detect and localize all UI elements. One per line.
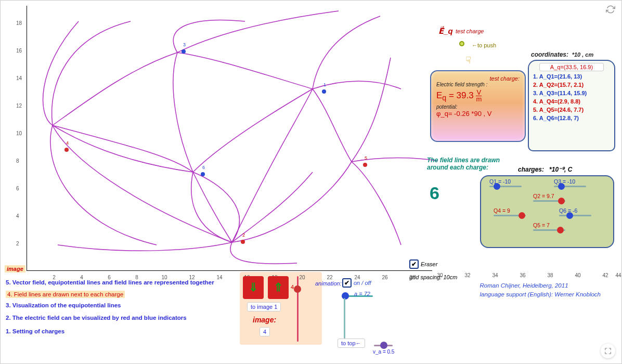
slider-Q4[interactable]: Q4 = 9 bbox=[494, 215, 526, 216]
coord-row: 1. A_Q1=(21.6, 13) bbox=[533, 73, 610, 80]
fieldlines-text: The field lines are drawn around each ch… bbox=[427, 157, 515, 171]
slider-Q5[interactable]: Q5 = 7 bbox=[533, 229, 565, 231]
note-1: 1. Setting of charges bbox=[6, 328, 240, 334]
coords-panel: A_q=(33.5, 16.9) 1. A_Q1=(21.6, 13) 2. A… bbox=[528, 60, 615, 151]
charge-Q5[interactable]: 5 bbox=[363, 163, 367, 167]
to-image-1-button[interactable]: to image 1 bbox=[247, 303, 281, 310]
to-push-label: ←to push bbox=[472, 42, 496, 48]
slider4-label: 4 bbox=[291, 284, 294, 290]
fullscreen-icon[interactable] bbox=[601, 344, 615, 358]
image-value-input[interactable]: 4 bbox=[260, 328, 270, 335]
image-label: image: bbox=[253, 316, 276, 324]
info-tc-label: test charge: bbox=[436, 75, 520, 82]
refresh-icon[interactable] bbox=[606, 5, 615, 16]
note-5: 5. Vector field, equipotential lines and… bbox=[6, 279, 240, 285]
a-value: a = 72 bbox=[354, 291, 370, 297]
slider-Q6[interactable]: Q6 = -6 bbox=[559, 215, 591, 216]
charges-panel: Q1 = -10 Q3 = -10 Q2 = 9.7 Q4 = 9 Q6 = -… bbox=[480, 175, 614, 248]
slider-Q2[interactable]: Q2 = 9.7 bbox=[533, 200, 565, 202]
pot-label: potential: bbox=[436, 104, 520, 110]
coord-Aq: A_q=(33.5, 16.9) bbox=[539, 63, 604, 71]
charge-Q4[interactable]: 4 bbox=[64, 148, 69, 152]
grid-spacing-label: grid spacing: 10cm bbox=[409, 274, 457, 280]
animation-label: animation: bbox=[315, 280, 342, 287]
eq-value: Eq = 39.3 Vm bbox=[436, 89, 520, 102]
to-top-button[interactable]: to top← bbox=[338, 340, 365, 347]
slider-Q1[interactable]: Q1 = -10 bbox=[489, 186, 522, 187]
test-charge-marker[interactable] bbox=[459, 41, 464, 46]
image-tag: image bbox=[5, 265, 25, 272]
onoff-checkbox[interactable]: ✔on / off bbox=[342, 278, 371, 288]
info-panel: test charge: Electric field strength : E… bbox=[430, 70, 526, 142]
charges-title: charges: *10⁻⁹, C bbox=[518, 166, 572, 173]
charge-Q1[interactable]: 1 bbox=[322, 89, 326, 94]
note-3: 3. Visualization of the equipotential li… bbox=[6, 302, 240, 308]
va-value: v_a = 0.5 bbox=[373, 349, 394, 355]
test-charge-label: test charge bbox=[456, 28, 484, 34]
eq-symbol: E⃗_q bbox=[438, 27, 453, 36]
slider-image[interactable] bbox=[297, 276, 299, 342]
credits: Roman Chijner, Heidelberg, 2011 language… bbox=[480, 281, 601, 300]
charge-Q3[interactable]: 3 bbox=[182, 49, 186, 54]
phi-value: φ_q= -0.26 *90 , V bbox=[436, 110, 520, 118]
note-2: 2. The electric field can be visualized … bbox=[6, 315, 240, 321]
charge-Q6[interactable]: 6 bbox=[201, 172, 205, 176]
slider-va[interactable] bbox=[374, 345, 393, 346]
image-down-button[interactable]: ⇓ bbox=[243, 276, 264, 299]
slider-vert-blue[interactable] bbox=[344, 298, 345, 339]
coords-title: coordinates: *10 , cm bbox=[531, 51, 593, 58]
fieldlines-num: 6 bbox=[430, 183, 439, 203]
charge-Q2[interactable]: 2 bbox=[241, 240, 245, 244]
hand-icon[interactable]: ☟ bbox=[465, 55, 471, 66]
eraser-checkbox[interactable]: ✔Eraser bbox=[409, 259, 437, 269]
efs-label: Electric field strength : bbox=[436, 82, 520, 87]
chart-axes: 2 4 6 8 10 12 14 16 18 20 22 24 26 28 2 … bbox=[11, 6, 432, 271]
note-4: 4. Field lines are drawn next to each ch… bbox=[6, 291, 125, 298]
image-up-button[interactable]: ⇑ bbox=[268, 276, 289, 299]
slider-Q3[interactable]: Q3 = -10 bbox=[554, 186, 586, 187]
